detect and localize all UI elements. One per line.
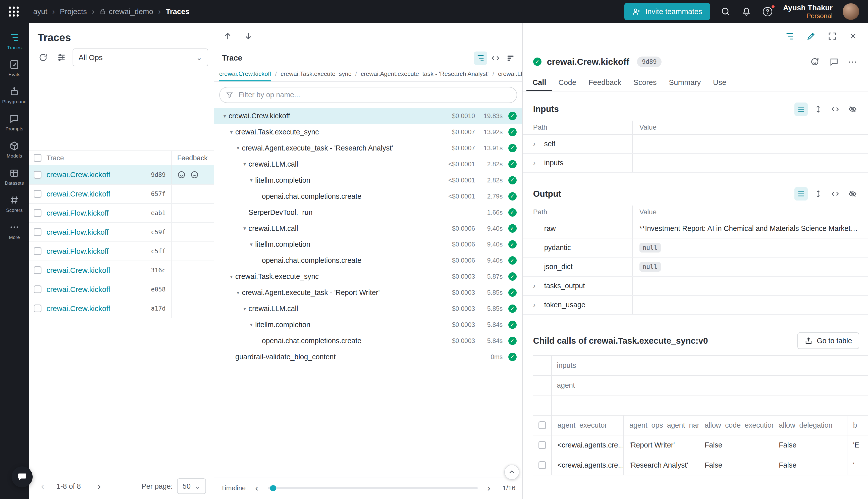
overflow-menu-icon[interactable]	[848, 57, 857, 67]
row-checkbox[interactable]	[34, 190, 41, 198]
tree-toggle-icon[interactable]	[785, 31, 795, 41]
tab-call[interactable]: Call	[526, 74, 552, 91]
comment-icon[interactable]	[829, 57, 839, 66]
tree-view-icon[interactable]	[474, 51, 487, 65]
invite-teammates-button[interactable]: Invite teammates	[624, 3, 710, 20]
hide-values-eye-icon[interactable]	[846, 187, 859, 200]
user-menu[interactable]: Ayush Thakur Personal	[783, 3, 833, 20]
avatar[interactable]	[843, 3, 859, 20]
expand-rows-icon[interactable]	[811, 102, 825, 116]
chevron-down-icon[interactable]	[241, 161, 249, 167]
row-checkbox[interactable]	[538, 441, 546, 449]
feedback-smiley-icon[interactable]	[177, 171, 186, 179]
chevron-down-icon[interactable]	[241, 306, 249, 312]
sidebar-item-scorers[interactable]: Scorers	[0, 191, 28, 217]
help-icon[interactable]	[762, 6, 773, 17]
row-checkbox[interactable]	[34, 266, 41, 274]
chevron-down-icon[interactable]	[241, 226, 249, 231]
tree-node[interactable]: litellm.completion $0.00069.40s	[214, 236, 522, 253]
sidebar-item-evals[interactable]: Evals	[0, 55, 28, 82]
trace-link[interactable]: crewai.Crew.kickoff	[47, 285, 110, 294]
tree-node[interactable]: openai.chat.completions.create <$0.00012…	[214, 188, 522, 204]
chevron-down-icon[interactable]	[247, 242, 255, 247]
timeline-slider[interactable]	[268, 487, 478, 489]
breadcrumb-user[interactable]: ayut	[33, 7, 47, 16]
path-tab[interactable]: crewai.Crew.kickoff	[219, 66, 271, 82]
chevron-right-icon[interactable]	[533, 140, 543, 148]
table-row[interactable]: crewai.Crew.kickoff657f	[29, 185, 214, 204]
tree-node[interactable]: crewai.Crew.kickoff $0.001019.83s	[214, 108, 522, 124]
list-view-icon[interactable]	[794, 187, 808, 200]
trace-link[interactable]: crewai.Crew.kickoff	[47, 266, 110, 275]
row-checkbox[interactable]	[34, 285, 41, 293]
chevron-down-icon[interactable]	[221, 113, 228, 119]
chevron-right-icon[interactable]	[533, 282, 543, 290]
add-reaction-icon[interactable]	[810, 57, 820, 66]
chevron-right-icon[interactable]	[533, 301, 543, 309]
next-trace-icon[interactable]	[244, 32, 253, 41]
row-checkbox[interactable]	[34, 228, 41, 236]
row-checkbox[interactable]	[34, 305, 41, 312]
output-row-json-dict[interactable]: json_dict null	[523, 257, 868, 277]
chevron-down-icon[interactable]	[227, 129, 235, 135]
chevron-right-icon[interactable]	[533, 159, 543, 167]
tree-node[interactable]: crewai.Task.execute_sync $0.00035.87s	[214, 269, 522, 285]
code-json-icon[interactable]	[829, 187, 842, 200]
trace-link[interactable]: crewai.Crew.kickoff	[47, 190, 110, 198]
breadcrumb-project[interactable]: crewai_demo	[99, 7, 153, 16]
tab-code[interactable]: Code	[552, 74, 582, 91]
tree-node[interactable]: openai.chat.completions.create $0.00035.…	[214, 333, 522, 349]
input-row-self[interactable]: self	[523, 135, 868, 154]
path-tab[interactable]: crewai.Agent.execute_task - 'Research An…	[361, 66, 488, 82]
scroll-to-top-button[interactable]	[504, 465, 519, 480]
prev-page-icon[interactable]	[36, 480, 49, 492]
trace-link[interactable]: crewai.Flow.kickoff	[47, 209, 109, 217]
flamegraph-view-icon[interactable]	[504, 51, 517, 65]
feedback-frowny-icon[interactable]	[190, 171, 199, 179]
tree-node[interactable]: litellm.completion $0.00035.84s	[214, 317, 522, 333]
refresh-button[interactable]	[36, 50, 50, 64]
chevron-down-icon[interactable]	[234, 290, 242, 296]
chevron-down-icon[interactable]	[234, 145, 242, 151]
call-id-badge[interactable]: 9d89	[637, 57, 661, 67]
row-checkbox[interactable]	[34, 171, 41, 179]
sidebar-item-traces[interactable]: Traces	[0, 28, 28, 54]
tree-node[interactable]: crewai.Agent.execute_task - 'Report Writ…	[214, 285, 522, 301]
chevron-down-icon[interactable]	[247, 321, 255, 328]
manage-columns-icon[interactable]	[54, 50, 69, 64]
tree-node[interactable]: crewai.LLM.call $0.00069.40s	[214, 220, 522, 236]
tree-node[interactable]: litellm.completion <$0.00012.82s	[214, 172, 522, 188]
path-tab[interactable]: crewai.Task.execute_sync	[281, 66, 351, 82]
sidebar-item-more[interactable]: More	[0, 218, 28, 244]
trace-link[interactable]: crewai.Flow.kickoff	[47, 228, 109, 236]
table-row[interactable]: crewai.Flow.kickoffc59f	[29, 223, 214, 242]
tab-use[interactable]: Use	[707, 74, 732, 91]
column-header[interactable]: allow_code_execution	[699, 416, 773, 435]
column-header[interactable]: allow_delegation	[773, 416, 847, 435]
chevron-down-icon[interactable]	[247, 177, 255, 183]
table-row[interactable]: crewai.Crew.kickoff9d89	[29, 165, 214, 184]
fullscreen-icon[interactable]	[828, 32, 837, 41]
breadcrumb-projects[interactable]: Projects	[60, 7, 87, 16]
timeline-prev-icon[interactable]	[251, 483, 262, 494]
go-to-table-button[interactable]: Go to table	[797, 332, 859, 349]
tab-summary[interactable]: Summary	[663, 74, 707, 91]
tree-node[interactable]: crewai.LLM.call <$0.00012.82s	[214, 156, 522, 172]
column-header[interactable]: agent_ops_agent_nan	[624, 416, 699, 435]
sidebar-item-prompts[interactable]: Prompts	[0, 109, 28, 136]
output-row-tasks-output[interactable]: tasks_output	[523, 277, 868, 296]
close-icon[interactable]	[849, 32, 857, 40]
code-view-icon[interactable]	[489, 51, 502, 65]
tab-feedback[interactable]: Feedback	[582, 74, 628, 91]
tree-node[interactable]: crewai.LLM.call $0.00035.85s	[214, 301, 522, 317]
table-row[interactable]: crewai.Flow.kickoffc5ff	[29, 242, 214, 261]
sidebar-item-models[interactable]: Models	[0, 136, 28, 163]
tree-node[interactable]: crewai.Task.execute_sync $0.000713.92s	[214, 124, 522, 140]
row-checkbox[interactable]	[34, 209, 41, 217]
column-header[interactable]: b	[847, 416, 868, 435]
wandb-logo[interactable]	[9, 7, 19, 16]
tree-node[interactable]: openai.chat.completions.create $0.00069.…	[214, 253, 522, 269]
previous-trace-icon[interactable]	[223, 32, 232, 41]
next-page-icon[interactable]	[93, 480, 105, 492]
column-header[interactable]: agent_executor	[552, 416, 624, 435]
